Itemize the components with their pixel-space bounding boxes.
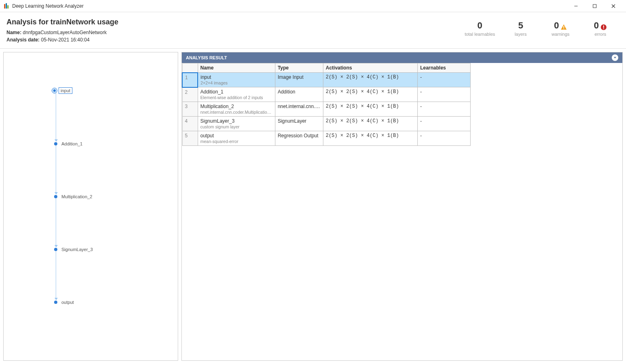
minimize-button[interactable] — [567, 0, 585, 12]
row-activations: 2(S) × 2(S) × 4(C) × 1(B) — [323, 73, 417, 87]
table-row[interactable]: 2Addition_1Element-wise addition of 2 in… — [182, 87, 471, 102]
stat-label: layers — [506, 32, 535, 37]
header-stats: 0 total learnables 5 layers 0 warnings 0 — [465, 18, 619, 37]
node-label: output — [60, 299, 76, 305]
layer-name: Multiplication_2 — [201, 104, 273, 109]
col-header-index[interactable] — [182, 63, 198, 73]
content: input Addition_1 Multiplication_2 Signum… — [0, 49, 626, 364]
col-header-learnables[interactable]: Learnables — [417, 63, 470, 73]
table-row[interactable]: 3Multiplication_2nnet.internal.cnn.coder… — [182, 102, 471, 117]
svg-rect-9 — [563, 28, 564, 29]
row-activations: 2(S) × 2(S) × 4(C) × 1(B) — [323, 131, 417, 146]
row-activations: 2(S) × 2(S) × 4(C) × 1(B) — [323, 117, 417, 131]
row-activations: 2(S) × 2(S) × 4(C) × 1(B) — [323, 87, 417, 102]
app-icon — [3, 3, 10, 9]
row-index: 3 — [182, 102, 198, 117]
row-type: Image Input — [275, 73, 323, 87]
collapse-button[interactable] — [612, 54, 618, 61]
node-dot-icon — [54, 301, 57, 304]
row-activations: 2(S) × 2(S) × 4(C) × 1(B) — [323, 102, 417, 117]
layer-subtitle: 2×2×4 images — [201, 80, 273, 85]
graph-node-input[interactable]: input — [53, 87, 72, 94]
header: Analysis for trainNetwork usage Name: dn… — [0, 12, 626, 49]
row-name-cell: SignumLayer_3custom signum layer — [198, 117, 275, 131]
node-label: Addition_1 — [60, 141, 84, 147]
name-label: Name: — [7, 30, 22, 35]
layer-name: output — [201, 133, 273, 139]
graph-node-addition[interactable]: Addition_1 — [54, 141, 84, 147]
page-title: Analysis for trainNetwork usage — [7, 18, 465, 26]
graph-node-signum[interactable]: SignumLayer_3 — [54, 247, 94, 252]
layer-name: input — [201, 74, 273, 80]
table-header-row: Name Type Activations Learnables — [182, 63, 471, 73]
result-body: Name Type Activations Learnables 1input2… — [182, 63, 622, 146]
table-row[interactable]: 5outputmean-squared-errorRegression Outp… — [182, 131, 471, 146]
row-type: SignumLayer — [275, 117, 323, 131]
svg-marker-13 — [614, 57, 616, 58]
graph-panel[interactable]: input Addition_1 Multiplication_2 Signum… — [3, 52, 178, 361]
graph-edge — [56, 145, 56, 193]
row-index: 2 — [182, 87, 198, 102]
row-index: 5 — [182, 131, 198, 146]
row-type: nnet.internal.cnn.co... — [275, 102, 323, 117]
result-title: ANALYSIS RESULT — [186, 55, 612, 60]
graph-edge — [56, 92, 56, 140]
table-row[interactable]: 4SignumLayer_3custom signum layerSignumL… — [182, 117, 471, 131]
svg-rect-1 — [6, 3, 7, 9]
stat-value: 0 — [554, 20, 559, 31]
stat-label: total learnables — [465, 32, 495, 37]
node-label: input — [59, 87, 72, 94]
network-name: Name: dnnfpgaCustomLayerAutoGenNetwork — [7, 30, 465, 35]
node-label: Multiplication_2 — [60, 194, 94, 199]
stat-label: warnings — [546, 32, 575, 37]
row-learnables: - — [417, 102, 470, 117]
stat-errors: 0 errors — [586, 20, 615, 37]
graph-canvas: input Addition_1 Multiplication_2 Signum… — [4, 52, 178, 360]
warning-icon — [561, 22, 567, 29]
graph-node-output[interactable]: output — [54, 299, 76, 305]
result-panel: ANALYSIS RESULT Name Type Activations Le… — [181, 52, 623, 361]
svg-rect-8 — [563, 26, 564, 28]
analysis-table[interactable]: Name Type Activations Learnables 1input2… — [182, 63, 471, 146]
error-icon — [600, 22, 607, 29]
date-value: 05-Nov-2021 16:40:04 — [41, 37, 89, 43]
col-header-name[interactable]: Name — [198, 63, 275, 73]
svg-rect-12 — [603, 28, 604, 29]
node-dot-icon — [54, 142, 57, 145]
row-type: Regression Output — [275, 131, 323, 146]
stat-layers: 5 layers — [506, 20, 535, 37]
stat-total-learnables: 0 total learnables — [465, 20, 495, 37]
name-value: dnnfpgaCustomLayerAutoGenNetwork — [23, 30, 107, 35]
table-row[interactable]: 1input2×2×4 imagesImage Input2(S) × 2(S)… — [182, 73, 471, 87]
maximize-button[interactable] — [585, 0, 604, 12]
svg-rect-4 — [593, 4, 596, 8]
graph-node-multiplication[interactable]: Multiplication_2 — [54, 194, 94, 199]
stat-value: 5 — [506, 20, 535, 31]
layer-name: Addition_1 — [201, 89, 273, 95]
row-index: 1 — [182, 73, 198, 87]
node-dot-icon — [52, 88, 57, 93]
row-learnables: - — [417, 131, 470, 146]
titlebar: Deep Learning Network Analyzer — [0, 0, 626, 12]
window-title: Deep Learning Network Analyzer — [12, 3, 83, 9]
stat-value: 0 — [465, 20, 495, 31]
svg-rect-2 — [7, 5, 9, 9]
row-learnables: - — [417, 87, 470, 102]
col-header-type[interactable]: Type — [275, 63, 323, 73]
row-learnables: - — [417, 117, 470, 131]
close-button[interactable] — [604, 0, 623, 12]
layer-subtitle: custom signum layer — [201, 124, 273, 129]
col-header-activations[interactable]: Activations — [323, 63, 417, 73]
layer-name: SignumLayer_3 — [201, 118, 273, 124]
svg-rect-11 — [603, 26, 604, 28]
node-dot-icon — [54, 248, 57, 251]
row-learnables: - — [417, 73, 470, 87]
date-label: Analysis date: — [7, 37, 39, 43]
stat-warnings: 0 warnings — [546, 20, 575, 37]
svg-rect-0 — [4, 4, 5, 9]
row-type: Addition — [275, 87, 323, 102]
result-header: ANALYSIS RESULT — [182, 52, 622, 63]
layer-subtitle: Element-wise addition of 2 inputs — [201, 95, 273, 100]
layer-subtitle: mean-squared-error — [201, 139, 273, 144]
stat-label: errors — [586, 32, 615, 37]
